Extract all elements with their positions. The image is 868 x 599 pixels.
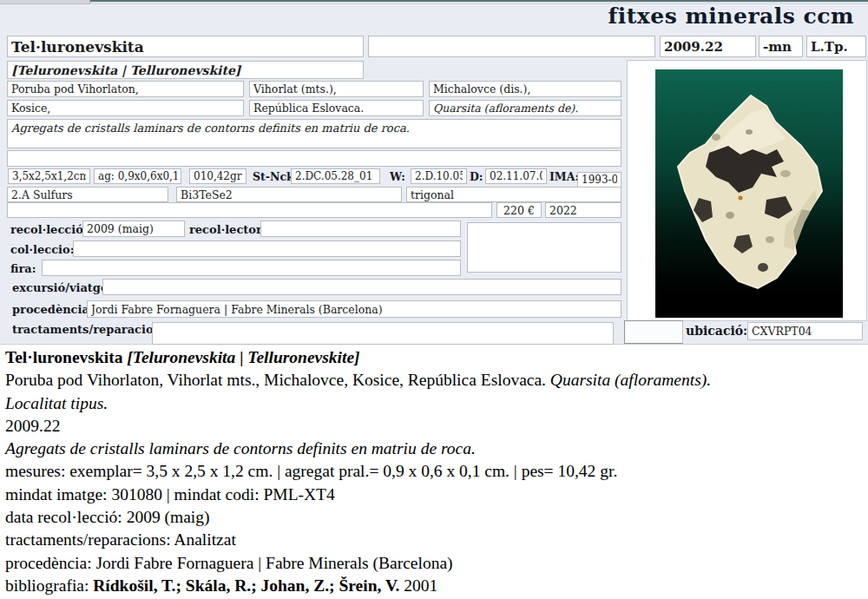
crystal-system-input[interactable] (406, 187, 621, 202)
locality-district-input[interactable] (429, 81, 621, 97)
w-input[interactable] (411, 168, 467, 184)
recollector-input[interactable] (260, 221, 461, 237)
photo-frame (627, 60, 867, 321)
mineral-name-input[interactable] (7, 36, 364, 57)
summary-biblio-label: bibliografia: (5, 576, 93, 595)
locality-place-input[interactable] (7, 81, 244, 97)
summary-treatments: tractaments/reparacions: Analitzat (5, 529, 865, 551)
ima-label: IMA: (549, 170, 579, 183)
fira-input[interactable] (42, 260, 461, 276)
type-locality-input[interactable] (806, 36, 866, 57)
summary-biblio-year: 2001 (399, 576, 437, 595)
summary-biblio-authors: Rídkošil, T.; Skála, R.; Johan, Z.; Šrei… (93, 576, 399, 595)
recollector-label: recol·lector: (189, 223, 266, 236)
summary-type-locality: Localitat tipus. (5, 392, 865, 415)
recolleccio-input[interactable] (82, 221, 185, 237)
side-notes-textarea[interactable] (467, 222, 621, 273)
locality-country-input[interactable] (249, 100, 424, 116)
notes-input[interactable] (7, 150, 621, 167)
summary-synonyms: [Teluronevskita | Telluronevskite] (127, 348, 359, 366)
summary-name: Tel·luronevskita (5, 348, 127, 366)
mineral-class-input[interactable] (7, 187, 168, 202)
locality-environment-input[interactable] (429, 100, 621, 116)
specimen-photo (655, 69, 843, 318)
tractaments-textarea[interactable] (152, 322, 614, 345)
formula-input[interactable] (176, 187, 402, 202)
locality-region-input[interactable] (7, 100, 244, 116)
colleccio-label: col·leccio: (10, 243, 75, 256)
suffix-input[interactable] (759, 36, 803, 57)
summary-locality-line: Poruba pod Vihorlaton, Vihorlat mts., Mi… (5, 369, 865, 392)
synonyms-input[interactable] (7, 61, 364, 79)
recolleccio-label: recol·lecció: (10, 223, 88, 236)
d-input[interactable] (485, 168, 547, 184)
price-note-input[interactable] (7, 202, 492, 218)
catalog-number-input[interactable] (660, 36, 756, 57)
colleccio-input[interactable] (73, 240, 461, 257)
summary-environment: Quarsita (afloraments). (550, 371, 711, 389)
weight-input[interactable] (189, 168, 247, 184)
summary-locality: Poruba pod Vihorlaton, Vihorlat mts., Mi… (5, 371, 550, 389)
procedencia-input[interactable] (87, 300, 621, 318)
st-nck-input[interactable] (291, 168, 380, 184)
app-title: fitxes minerals ccm (608, 3, 854, 29)
secondary-name-input[interactable] (368, 36, 655, 57)
ubicacio-input[interactable] (747, 322, 863, 340)
fira-label: fira: (10, 262, 36, 275)
d-label: D: (470, 170, 483, 183)
specimen-size-input[interactable] (8, 168, 90, 184)
mineral-record-window: fitxes minerals ccm Agregats de cristall… (0, 0, 868, 599)
record-summary: Tel·luronevskita [Teluronevskita | Tellu… (5, 346, 865, 597)
summary-provenance: procedència: Jordi Fabre Fornaguera | Fa… (5, 552, 865, 575)
tractaments-label: tractaments/reparacions: (12, 323, 172, 336)
summary-collection-date: data recol·lecció: 2009 (maig) (5, 506, 865, 529)
aggregate-size-input[interactable] (94, 168, 181, 184)
ubicacio-label: ubicació: (686, 324, 747, 338)
excursio-label: excursió/viatge: (12, 281, 112, 294)
description-textarea[interactable]: Agregats de cristalls laminars de contor… (7, 119, 621, 148)
browser-tab-edge (0, 0, 90, 4)
ima-input[interactable] (577, 172, 621, 188)
summary-catalog: 2009.22 (5, 415, 865, 438)
price-input[interactable] (496, 202, 542, 218)
corner-box (624, 320, 683, 344)
summary-title-line: Tel·luronevskita [Teluronevskita | Tellu… (5, 346, 865, 369)
summary-measures: mesures: exemplar= 3,5 x 2,5 x 1,2 cm. |… (5, 460, 865, 483)
summary-description: Agregats de cristalls laminars de contor… (5, 438, 865, 460)
summary-bibliography: bibliografia: Rídkošil, T.; Skála, R.; J… (5, 575, 865, 597)
top-accent-line (90, 0, 868, 2)
year-input[interactable] (545, 202, 621, 218)
record-form: fitxes minerals ccm Agregats de cristall… (0, 0, 868, 345)
procedencia-label: procedència: (12, 303, 94, 316)
excursio-input[interactable] (102, 279, 621, 295)
summary-mindat: mindat imatge: 301080 | mindat codi: PML… (5, 484, 865, 506)
locality-mountains-input[interactable] (249, 81, 424, 97)
w-label: W: (390, 170, 405, 183)
